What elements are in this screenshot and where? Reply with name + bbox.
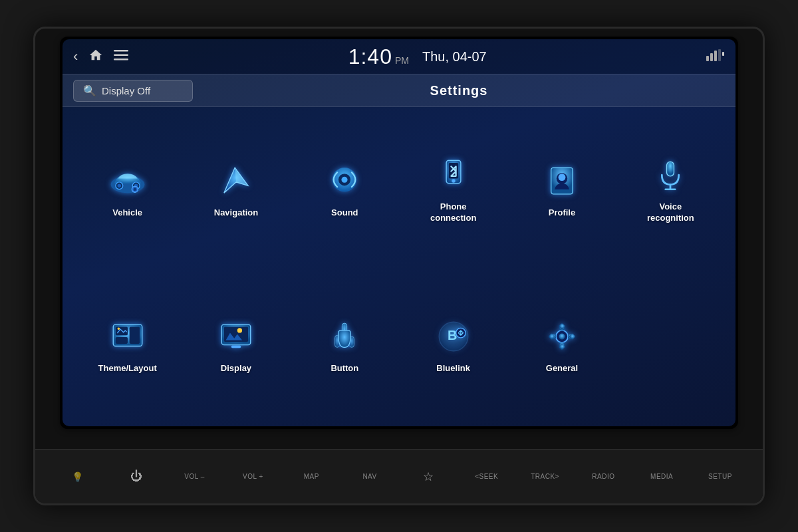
favorites-icon: ☆	[423, 469, 434, 484]
map-label: MAP	[304, 473, 319, 480]
nav-label: NAV	[362, 473, 376, 480]
ctrl-dimmer: 💡	[58, 471, 98, 482]
car-unit: ‹ 1:40 PM Thu, 04-07	[33, 27, 765, 505]
svg-rect-1	[114, 54, 128, 56]
menu-item-general[interactable]: General	[510, 269, 613, 420]
date: Thu, 04-07	[422, 49, 487, 65]
track-fwd-label: TRACK>	[531, 473, 559, 480]
menu-item-sound[interactable]: Sound	[293, 114, 396, 264]
vol-plus-label: VOL +	[243, 473, 263, 480]
ampm: PM	[395, 55, 409, 66]
time: 1:40	[348, 45, 392, 69]
menu-item-profile[interactable]: Profile	[510, 114, 613, 264]
svg-rect-0	[114, 50, 128, 52]
display-off-label: Display Off	[102, 85, 150, 96]
svg-rect-7	[722, 52, 724, 56]
search-box[interactable]: 🔍 Display Off	[73, 80, 193, 102]
screen-bezel: ‹ 1:40 PM Thu, 04-07	[60, 37, 738, 429]
radio-label: RADIO	[592, 473, 614, 480]
svg-rect-4	[710, 53, 713, 61]
page-title: Settings	[193, 83, 725, 98]
vehicle-label: Vehicle	[112, 207, 142, 219]
ctrl-seek-back[interactable]: <SEEK	[467, 473, 507, 480]
navigation-label: Navigation	[214, 207, 258, 219]
vol-minus-label: VOL –	[184, 473, 204, 480]
svg-rect-3	[706, 56, 709, 61]
svg-rect-2	[114, 59, 128, 61]
svg-point-35	[237, 328, 242, 332]
back-button[interactable]: ‹	[73, 48, 78, 65]
dimmer-icon: 💡	[72, 471, 83, 482]
bluelink-label: Bluelink	[436, 363, 470, 374]
menu-item-display[interactable]: Display	[184, 269, 287, 420]
menu-item-bluelink[interactable]: B Bluelink	[402, 269, 505, 420]
svg-point-14	[133, 188, 136, 191]
media-label: MEDIA	[650, 473, 673, 480]
menu-item-theme-layout[interactable]: Theme/Layout	[76, 269, 179, 420]
ctrl-vol-minus[interactable]: VOL –	[175, 473, 215, 480]
ctrl-favorites[interactable]: ☆	[408, 469, 448, 484]
svg-point-10	[117, 184, 120, 187]
status-bar: ‹ 1:40 PM Thu, 04-07	[63, 39, 735, 74]
button-icon	[323, 315, 366, 358]
profile-label: Profile	[549, 207, 575, 219]
menu-item-phone-connection[interactable]: Phone connection	[402, 114, 505, 264]
theme-layout-label: Theme/Layout	[98, 363, 157, 374]
display-icon	[215, 315, 257, 358]
menu-button[interactable]	[114, 50, 128, 64]
search-icon: 🔍	[83, 84, 96, 97]
screen: ‹ 1:40 PM Thu, 04-07	[63, 39, 735, 426]
svg-rect-30	[129, 327, 139, 343]
menu-item-vehicle[interactable]: Vehicle	[76, 114, 179, 264]
signal-icon	[706, 49, 725, 64]
ctrl-power[interactable]: ⏻	[116, 469, 156, 483]
power-icon: ⏻	[130, 469, 142, 483]
voice-recognition-icon	[649, 154, 692, 196]
controls-bar: 💡 ⏻ VOL – VOL + MAP NAV ☆ <SEEK TRACK> R…	[35, 449, 763, 503]
button-label: Button	[331, 363, 358, 374]
sound-icon	[323, 160, 366, 202]
navigation-icon	[215, 160, 257, 202]
svg-text:B: B	[448, 328, 457, 342]
phone-connection-icon	[432, 154, 475, 196]
theme-layout-icon	[106, 315, 149, 358]
home-button[interactable]	[88, 48, 103, 66]
ctrl-media[interactable]: MEDIA	[642, 473, 682, 480]
menu-item-voice-recognition[interactable]: Voice recognition	[619, 114, 722, 264]
svg-point-31	[117, 327, 120, 330]
svg-rect-24	[667, 162, 674, 176]
svg-point-23	[559, 174, 566, 181]
svg-rect-5	[714, 51, 717, 61]
setup-label: SETUP	[708, 473, 732, 480]
bluelink-icon: B	[432, 315, 475, 358]
menu-grid: Vehicle	[63, 107, 735, 426]
display-label: Display	[221, 363, 251, 374]
voice-recognition-label: Voice recognition	[647, 201, 694, 224]
svg-point-20	[452, 179, 455, 182]
ctrl-map[interactable]: MAP	[291, 473, 331, 480]
seek-back-label: <SEEK	[475, 473, 498, 480]
ctrl-vol-plus[interactable]: VOL +	[233, 473, 273, 480]
sound-label: Sound	[331, 207, 358, 219]
vehicle-icon	[106, 160, 149, 202]
ctrl-nav[interactable]: NAV	[350, 473, 390, 480]
general-icon	[541, 315, 583, 358]
svg-point-44	[559, 333, 565, 339]
phone-connection-label: Phone connection	[430, 201, 476, 224]
ctrl-setup[interactable]: SETUP	[700, 473, 740, 480]
svg-point-17	[342, 176, 348, 182]
menu-item-navigation[interactable]: Navigation	[184, 114, 287, 264]
title-bar: 🔍 Display Off Settings	[63, 74, 735, 107]
ctrl-track-fwd[interactable]: TRACK>	[525, 473, 565, 480]
svg-rect-29	[116, 336, 128, 343]
general-label: General	[546, 363, 578, 374]
svg-rect-6	[718, 49, 721, 61]
svg-rect-34	[231, 345, 241, 348]
time-display: 1:40 PM	[348, 45, 409, 69]
profile-icon	[541, 160, 583, 202]
menu-item-button[interactable]: Button	[293, 269, 396, 420]
ctrl-radio[interactable]: RADIO	[583, 473, 623, 480]
